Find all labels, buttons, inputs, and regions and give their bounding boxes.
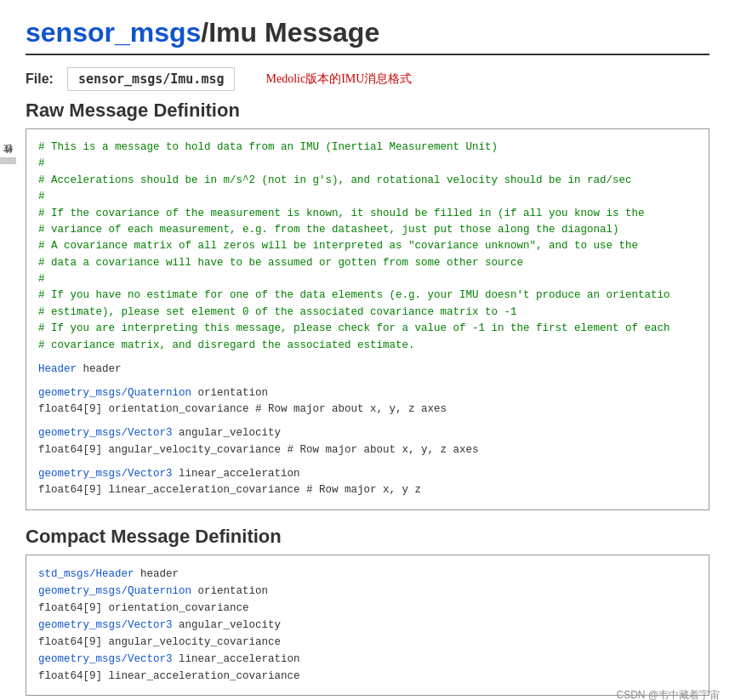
- raw-code-line: #: [38, 189, 697, 205]
- title-rest: Imu Message: [208, 17, 379, 48]
- compact-code-line: geometry_msgs/Quaternion orientation: [38, 583, 697, 600]
- compact-code-line: float64[9] orientation_covariance: [38, 600, 697, 617]
- raw-code-line: # If you are interpreting this message, …: [38, 321, 697, 337]
- raw-code-line: # estimate), please set element 0 of the…: [38, 304, 697, 321]
- raw-code-line: #: [38, 271, 697, 287]
- raw-code-line: [38, 458, 697, 466]
- file-annotation: Medolic版本的IMU消息格式: [265, 71, 412, 87]
- raw-code-box: # This is a message to hold data from an…: [26, 128, 709, 510]
- raw-code-line: [38, 378, 697, 385]
- compact-code-line: geometry_msgs/Vector3 angular_velocity: [38, 617, 697, 634]
- watermark: CSDN @韦中藏着宇宙: [616, 688, 720, 701]
- raw-code-line: # This is a message to hold data from an…: [38, 139, 697, 156]
- compact-code-line: float64[9] angular_velocity_covariance: [38, 634, 697, 651]
- compact-code-box: std_msgs/Header headergeometry_msgs/Quat…: [26, 555, 709, 696]
- compact-code-line: std_msgs/Header header: [38, 566, 697, 583]
- raw-code-line: # covariance matrix, and disregard the a…: [38, 338, 697, 354]
- compact-section-title: Compact Message Definition: [26, 526, 709, 548]
- raw-code-line: geometry_msgs/Vector3 linear_acceleratio…: [38, 466, 697, 482]
- raw-code-line: geometry_msgs/Vector3 angular_velocity: [38, 425, 697, 441]
- raw-code-line: # Accelerations should be in m/s^2 (not …: [38, 173, 697, 189]
- raw-code-line: # If the covariance of the measurement i…: [38, 206, 697, 222]
- raw-code-line: # data a covariance will have to be assu…: [38, 255, 697, 271]
- file-label: File:: [26, 71, 54, 87]
- raw-code-line: float64[9] angular_velocity_covariance #…: [38, 442, 697, 458]
- title-slash: /: [201, 17, 208, 48]
- raw-code-line: # If you have no estimate for one of the…: [38, 287, 697, 304]
- raw-code-line: [38, 418, 697, 426]
- sidebar-label: 软件: [0, 157, 16, 164]
- raw-code-line: # variance of each measurement, e.g. fro…: [38, 222, 697, 238]
- raw-code-line: # A covariance matrix of all zeros will …: [38, 238, 697, 254]
- title-link[interactable]: sensor_msgs: [26, 17, 201, 48]
- raw-section-title: Raw Message Definition: [26, 100, 709, 122]
- file-name-box: sensor_msgs/Imu.msg: [67, 67, 236, 91]
- raw-code-line: Header header: [38, 361, 697, 378]
- raw-code-line: float64[9] linear_acceleration_covarianc…: [38, 482, 697, 498]
- file-row: File: sensor_msgs/Imu.msg Medolic版本的IMU消…: [26, 67, 709, 91]
- raw-code-line: #: [38, 156, 697, 172]
- raw-code-line: geometry_msgs/Quaternion orientation: [38, 385, 697, 401]
- raw-code-line: [38, 354, 697, 361]
- compact-code-line: float64[9] linear_acceleration_covarianc…: [38, 668, 697, 685]
- compact-code-line: geometry_msgs/Vector3 linear_acceleratio…: [38, 651, 697, 668]
- page-title: sensor_msgs/Imu Message: [26, 17, 709, 55]
- raw-code-line: float64[9] orientation_covariance # Row …: [38, 401, 697, 418]
